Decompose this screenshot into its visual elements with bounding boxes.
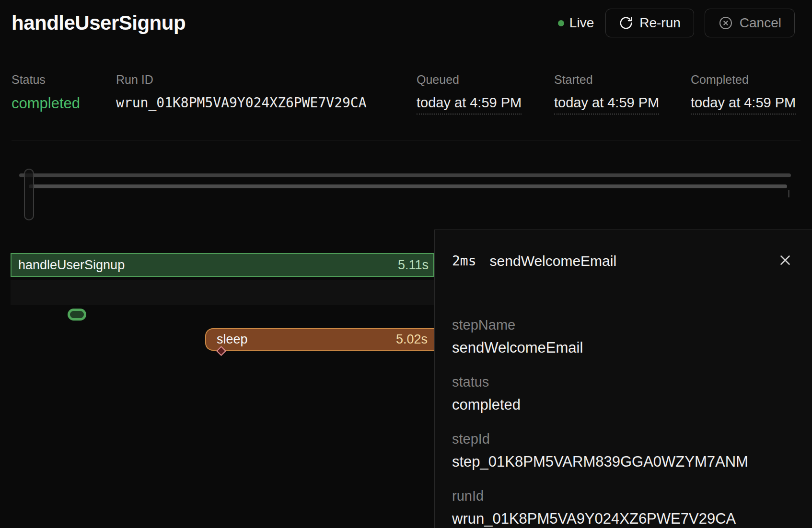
meta-started-label: Started — [554, 73, 691, 87]
circle-x-icon — [718, 15, 733, 31]
meta-started: Started today at 4:59 PM — [554, 73, 691, 115]
cancel-button-label: Cancel — [740, 15, 781, 31]
span-name: handleUserSignup — [12, 258, 125, 273]
panel-step-title: sendWelcomeEmail — [490, 253, 617, 269]
span-name: sleep — [206, 332, 248, 347]
divider — [12, 140, 800, 140]
minimap-span-root — [19, 173, 791, 177]
panel-field-status: status completed — [452, 374, 795, 413]
top-bar: handleUserSignup Live Re-run — [12, 0, 795, 46]
minimap-right-tick — [788, 190, 789, 197]
span-sleep[interactable]: sleep 5.02s — [205, 328, 434, 351]
field-value: completed — [452, 396, 795, 413]
status-badge: completed — [12, 95, 116, 112]
top-controls: Live Re-run Cancel — [558, 9, 795, 37]
field-value: step_01K8PM5VARM839GGA0WZYM7ANM — [452, 453, 795, 471]
meta-status-label: Status — [12, 73, 116, 87]
span-duration: 5.11s — [398, 258, 433, 273]
rerun-button-label: Re-run — [639, 15, 681, 31]
step-detail-panel: 2ms sendWelcomeEmail stepName sendWelcom… — [434, 230, 812, 528]
close-icon — [777, 252, 793, 270]
field-value: wrun_01K8PM5VA9Y024XZ6PWE7V29CA — [452, 510, 795, 528]
meta-status: Status completed — [12, 73, 116, 115]
field-label: stepId — [452, 431, 795, 447]
panel-field-stepId: stepId step_01K8PM5VARM839GGA0WZYM7ANM — [452, 431, 795, 471]
meta-completed-label: Completed — [691, 73, 796, 87]
live-label: Live — [569, 15, 594, 31]
field-label: runId — [452, 488, 795, 504]
run-id-value: wrun_01K8PM5VA9Y024XZ6PWE7V29CA — [116, 95, 417, 111]
span-handleUserSignup[interactable]: handleUserSignup 5.11s — [11, 253, 434, 277]
meta-queued-label: Queued — [417, 73, 554, 87]
divider — [11, 224, 800, 224]
meta-run-id-label: Run ID — [116, 73, 417, 87]
run-metadata: Status completed Run ID wrun_01K8PM5VA9Y… — [12, 73, 800, 115]
page-title: handleUserSignup — [12, 11, 186, 34]
minimap-span-sleep — [29, 184, 787, 188]
queued-time[interactable]: today at 4:59 PM — [417, 95, 522, 115]
refresh-icon — [619, 16, 633, 30]
workflow-run-page: handleUserSignup Live Re-run — [0, 0, 812, 528]
panel-field-stepName: stepName sendWelcomeEmail — [452, 317, 795, 356]
panel-body: stepName sendWelcomeEmail status complet… — [435, 292, 812, 528]
field-value: sendWelcomeEmail — [452, 339, 795, 356]
meta-queued: Queued today at 4:59 PM — [417, 73, 554, 115]
panel-close-button[interactable] — [776, 252, 795, 271]
cancel-button[interactable]: Cancel — [705, 9, 795, 37]
panel-field-runId: runId wrun_01K8PM5VA9Y024XZ6PWE7V29CA — [452, 488, 795, 528]
field-label: status — [452, 374, 795, 390]
panel-header: 2ms sendWelcomeEmail — [435, 230, 812, 292]
completed-time[interactable]: today at 4:59 PM — [691, 95, 796, 115]
panel-step-duration: 2ms — [452, 253, 476, 269]
live-indicator: Live — [558, 15, 594, 31]
rerun-button[interactable]: Re-run — [605, 9, 694, 37]
meta-run-id: Run ID wrun_01K8PM5VA9Y024XZ6PWE7V29CA — [116, 73, 417, 115]
span-duration: 5.02s — [396, 332, 434, 347]
started-time[interactable]: today at 4:59 PM — [554, 95, 659, 115]
field-label: stepName — [452, 317, 795, 333]
span-sendWelcomeEmail-pill[interactable] — [68, 309, 86, 321]
waterfall-row-stripe — [11, 280, 434, 305]
live-dot-icon — [558, 20, 564, 26]
minimap-brush-handle[interactable] — [24, 169, 34, 220]
meta-completed: Completed today at 4:59 PM — [691, 73, 796, 115]
